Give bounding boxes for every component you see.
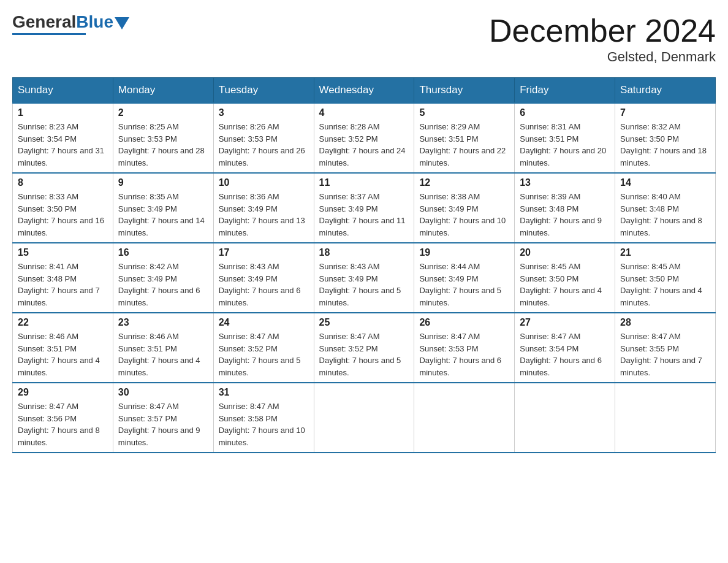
col-sunday: Sunday <box>13 78 113 104</box>
day-number: 12 <box>419 177 509 188</box>
title-block: December 2024 Gelsted, Denmark <box>489 12 716 65</box>
calendar-cell <box>314 383 414 453</box>
col-thursday: Thursday <box>414 78 515 104</box>
day-number: 20 <box>520 247 610 258</box>
day-info: Sunrise: 8:47 AMSunset: 3:57 PMDaylight:… <box>118 400 208 448</box>
day-info: Sunrise: 8:43 AMSunset: 3:49 PMDaylight:… <box>319 261 409 308</box>
day-number: 7 <box>620 107 710 118</box>
logo: General Blue <box>12 12 129 35</box>
day-info: Sunrise: 8:25 AMSunset: 3:53 PMDaylight:… <box>118 121 208 169</box>
day-number: 23 <box>118 317 208 328</box>
day-number: 9 <box>118 177 208 188</box>
calendar-cell: 17 Sunrise: 8:43 AMSunset: 3:49 PMDaylig… <box>213 243 314 313</box>
location-label: Gelsted, Denmark <box>489 49 716 65</box>
day-number: 13 <box>520 177 610 188</box>
day-number: 22 <box>18 317 108 328</box>
day-info: Sunrise: 8:47 AMSunset: 3:58 PMDaylight:… <box>219 400 309 448</box>
calendar-week-row: 1 Sunrise: 8:23 AMSunset: 3:54 PMDayligh… <box>13 103 716 173</box>
col-saturday: Saturday <box>615 78 716 104</box>
day-info: Sunrise: 8:39 AMSunset: 3:48 PMDaylight:… <box>520 191 610 239</box>
day-info: Sunrise: 8:47 AMSunset: 3:52 PMDaylight:… <box>219 331 309 378</box>
day-info: Sunrise: 8:47 AMSunset: 3:55 PMDaylight:… <box>620 331 710 378</box>
day-info: Sunrise: 8:37 AMSunset: 3:49 PMDaylight:… <box>319 191 409 239</box>
day-number: 19 <box>419 247 509 258</box>
calendar-cell: 9 Sunrise: 8:35 AMSunset: 3:49 PMDayligh… <box>113 173 213 243</box>
day-number: 26 <box>419 317 509 328</box>
calendar-cell: 6 Sunrise: 8:31 AMSunset: 3:51 PMDayligh… <box>515 103 615 173</box>
calendar-cell: 3 Sunrise: 8:26 AMSunset: 3:53 PMDayligh… <box>213 103 314 173</box>
day-number: 2 <box>118 107 208 118</box>
calendar-cell: 23 Sunrise: 8:46 AMSunset: 3:51 PMDaylig… <box>113 313 213 383</box>
day-number: 21 <box>620 247 710 258</box>
calendar-cell: 30 Sunrise: 8:47 AMSunset: 3:57 PMDaylig… <box>113 383 213 453</box>
day-number: 3 <box>219 107 309 118</box>
logo-blue-text: Blue <box>76 12 113 32</box>
day-info: Sunrise: 8:43 AMSunset: 3:49 PMDaylight:… <box>219 261 309 308</box>
calendar-cell: 27 Sunrise: 8:47 AMSunset: 3:54 PMDaylig… <box>515 313 615 383</box>
day-number: 6 <box>520 107 610 118</box>
day-number: 5 <box>419 107 509 118</box>
calendar-week-row: 22 Sunrise: 8:46 AMSunset: 3:51 PMDaylig… <box>13 313 716 383</box>
day-info: Sunrise: 8:33 AMSunset: 3:50 PMDaylight:… <box>18 191 108 239</box>
day-info: Sunrise: 8:31 AMSunset: 3:51 PMDaylight:… <box>520 121 610 169</box>
day-number: 10 <box>219 177 309 188</box>
day-info: Sunrise: 8:35 AMSunset: 3:49 PMDaylight:… <box>118 191 208 239</box>
day-info: Sunrise: 8:26 AMSunset: 3:53 PMDaylight:… <box>219 121 309 169</box>
calendar-cell: 31 Sunrise: 8:47 AMSunset: 3:58 PMDaylig… <box>213 383 314 453</box>
day-info: Sunrise: 8:38 AMSunset: 3:49 PMDaylight:… <box>419 191 509 239</box>
day-number: 28 <box>620 317 710 328</box>
day-number: 16 <box>118 247 208 258</box>
day-number: 15 <box>18 247 108 258</box>
day-info: Sunrise: 8:28 AMSunset: 3:52 PMDaylight:… <box>319 121 409 169</box>
day-info: Sunrise: 8:40 AMSunset: 3:48 PMDaylight:… <box>620 191 710 239</box>
day-info: Sunrise: 8:41 AMSunset: 3:48 PMDaylight:… <box>18 261 108 308</box>
logo-triangle-icon <box>115 17 129 29</box>
col-monday: Monday <box>113 78 213 104</box>
day-number: 25 <box>319 317 409 328</box>
day-number: 24 <box>219 317 309 328</box>
calendar-week-row: 15 Sunrise: 8:41 AMSunset: 3:48 PMDaylig… <box>13 243 716 313</box>
day-info: Sunrise: 8:44 AMSunset: 3:49 PMDaylight:… <box>419 261 509 308</box>
calendar-cell <box>615 383 716 453</box>
calendar-table: Sunday Monday Tuesday Wednesday Thursday… <box>12 77 716 453</box>
day-info: Sunrise: 8:47 AMSunset: 3:56 PMDaylight:… <box>18 400 108 448</box>
day-number: 4 <box>319 107 409 118</box>
calendar-header-row: Sunday Monday Tuesday Wednesday Thursday… <box>13 78 716 104</box>
calendar-cell: 26 Sunrise: 8:47 AMSunset: 3:53 PMDaylig… <box>414 313 515 383</box>
calendar-cell: 11 Sunrise: 8:37 AMSunset: 3:49 PMDaylig… <box>314 173 414 243</box>
day-info: Sunrise: 8:45 AMSunset: 3:50 PMDaylight:… <box>620 261 710 308</box>
calendar-cell: 24 Sunrise: 8:47 AMSunset: 3:52 PMDaylig… <box>213 313 314 383</box>
calendar-cell: 4 Sunrise: 8:28 AMSunset: 3:52 PMDayligh… <box>314 103 414 173</box>
calendar-cell: 29 Sunrise: 8:47 AMSunset: 3:56 PMDaylig… <box>13 383 113 453</box>
logo-underline <box>12 33 86 35</box>
calendar-cell: 1 Sunrise: 8:23 AMSunset: 3:54 PMDayligh… <box>13 103 113 173</box>
day-info: Sunrise: 8:47 AMSunset: 3:53 PMDaylight:… <box>419 331 509 378</box>
calendar-cell: 10 Sunrise: 8:36 AMSunset: 3:49 PMDaylig… <box>213 173 314 243</box>
month-title: December 2024 <box>489 12 716 49</box>
col-tuesday: Tuesday <box>213 78 314 104</box>
logo-blue-part: Blue <box>76 12 129 32</box>
calendar-week-row: 29 Sunrise: 8:47 AMSunset: 3:56 PMDaylig… <box>13 383 716 453</box>
calendar-cell: 20 Sunrise: 8:45 AMSunset: 3:50 PMDaylig… <box>515 243 615 313</box>
day-number: 27 <box>520 317 610 328</box>
calendar-cell: 18 Sunrise: 8:43 AMSunset: 3:49 PMDaylig… <box>314 243 414 313</box>
day-number: 31 <box>219 387 309 398</box>
calendar-cell: 7 Sunrise: 8:32 AMSunset: 3:50 PMDayligh… <box>615 103 716 173</box>
calendar-cell: 28 Sunrise: 8:47 AMSunset: 3:55 PMDaylig… <box>615 313 716 383</box>
day-number: 14 <box>620 177 710 188</box>
calendar-cell: 19 Sunrise: 8:44 AMSunset: 3:49 PMDaylig… <box>414 243 515 313</box>
calendar-cell: 15 Sunrise: 8:41 AMSunset: 3:48 PMDaylig… <box>13 243 113 313</box>
day-info: Sunrise: 8:46 AMSunset: 3:51 PMDaylight:… <box>118 331 208 378</box>
day-number: 8 <box>18 177 108 188</box>
day-info: Sunrise: 8:23 AMSunset: 3:54 PMDaylight:… <box>18 121 108 169</box>
day-info: Sunrise: 8:46 AMSunset: 3:51 PMDaylight:… <box>18 331 108 378</box>
day-number: 29 <box>18 387 108 398</box>
day-info: Sunrise: 8:47 AMSunset: 3:52 PMDaylight:… <box>319 331 409 378</box>
day-info: Sunrise: 8:32 AMSunset: 3:50 PMDaylight:… <box>620 121 710 169</box>
calendar-cell: 12 Sunrise: 8:38 AMSunset: 3:49 PMDaylig… <box>414 173 515 243</box>
day-number: 1 <box>18 107 108 118</box>
col-friday: Friday <box>515 78 615 104</box>
calendar-cell: 21 Sunrise: 8:45 AMSunset: 3:50 PMDaylig… <box>615 243 716 313</box>
calendar-cell <box>515 383 615 453</box>
calendar-cell: 5 Sunrise: 8:29 AMSunset: 3:51 PMDayligh… <box>414 103 515 173</box>
